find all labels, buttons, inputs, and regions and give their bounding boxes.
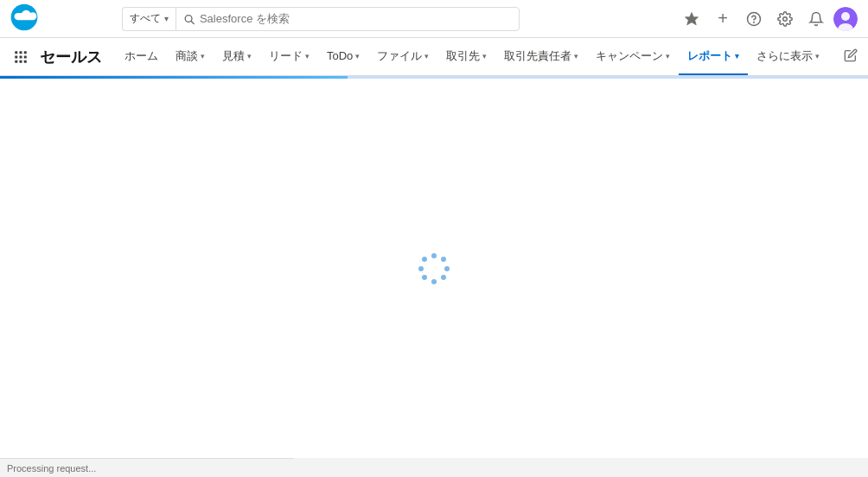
svg-rect-12 xyxy=(24,51,27,54)
nav-chevron: ▾ xyxy=(355,52,360,60)
top-bar: すべて ▾ + xyxy=(0,0,868,38)
nav-items: ホーム 商談 ▾ 見積 ▾ リード ▾ ToDo ▾ ファイル ▾ 取引先 ▾ … xyxy=(116,38,840,75)
app-name: セールス xyxy=(40,47,102,67)
nav-item-contact[interactable]: 取引先責任者 ▾ xyxy=(495,38,587,75)
apps-icon[interactable] xyxy=(7,43,35,71)
nav-item-todo[interactable]: ToDo ▾ xyxy=(318,38,368,75)
loading-spinner xyxy=(417,251,451,286)
nav-chevron: ▾ xyxy=(201,52,205,60)
add-button[interactable]: + xyxy=(709,5,737,33)
nav-item-report[interactable]: レポート ▾ xyxy=(679,38,748,75)
svg-rect-18 xyxy=(24,60,27,62)
svg-rect-10 xyxy=(15,51,17,54)
notifications-button[interactable] xyxy=(802,5,830,33)
spinner-dot xyxy=(422,257,427,262)
main-content xyxy=(0,79,868,458)
spinner-dot xyxy=(441,275,446,280)
spinner-dot xyxy=(422,275,427,280)
user-avatar[interactable] xyxy=(833,7,858,31)
search-scope-selector[interactable]: すべて ▾ xyxy=(122,7,176,31)
svg-line-2 xyxy=(191,21,194,23)
help-button[interactable] xyxy=(740,5,768,33)
nav-item-more[interactable]: さらに表示 ▾ xyxy=(748,38,828,75)
svg-rect-11 xyxy=(20,51,22,54)
nav-chevron: ▾ xyxy=(574,52,578,60)
search-icon xyxy=(183,13,195,25)
svg-rect-15 xyxy=(24,55,27,58)
svg-point-6 xyxy=(783,16,788,21)
top-bar-actions: + xyxy=(678,5,858,33)
nav-chevron: ▾ xyxy=(735,52,739,60)
nav-item-account[interactable]: 取引先 ▾ xyxy=(437,38,495,75)
svg-rect-13 xyxy=(15,55,17,58)
svg-rect-17 xyxy=(20,60,22,62)
svg-rect-16 xyxy=(15,60,17,62)
search-input-wrap xyxy=(176,7,520,31)
svg-point-5 xyxy=(754,22,755,22)
spinner-dot xyxy=(431,253,437,258)
salesforce-logo[interactable] xyxy=(10,3,38,34)
nav-item-file[interactable]: ファイル ▾ xyxy=(368,38,437,75)
nav-bar: セールス ホーム 商談 ▾ 見積 ▾ リード ▾ ToDo ▾ ファイル ▾ 取… xyxy=(0,38,868,76)
settings-button[interactable] xyxy=(771,5,799,33)
nav-chevron: ▾ xyxy=(247,52,252,60)
spinner-dot xyxy=(431,279,437,284)
search-scope-label: すべて xyxy=(130,11,161,26)
spinner-dot xyxy=(418,266,424,271)
nav-item-lead[interactable]: リード ▾ xyxy=(260,38,318,75)
nav-chevron: ▾ xyxy=(482,52,487,60)
svg-rect-14 xyxy=(20,55,22,58)
nav-item-mitsumori[interactable]: 見積 ▾ xyxy=(214,38,260,75)
svg-point-8 xyxy=(841,12,850,21)
search-container: すべて ▾ xyxy=(122,7,520,31)
search-scope-chevron: ▾ xyxy=(164,14,169,23)
nav-chevron: ▾ xyxy=(815,52,820,60)
status-bar: Processing request... xyxy=(0,458,294,477)
nav-chevron: ▾ xyxy=(305,52,310,60)
nav-edit-button[interactable] xyxy=(840,45,861,68)
status-text: Processing request... xyxy=(7,463,96,474)
nav-item-shodan[interactable]: 商談 ▾ xyxy=(167,38,214,75)
search-input[interactable] xyxy=(200,12,512,25)
svg-marker-3 xyxy=(685,12,698,24)
nav-item-campaign[interactable]: キャンペーン ▾ xyxy=(587,38,679,75)
nav-chevron: ▾ xyxy=(666,52,670,60)
spinner-dot xyxy=(444,266,450,271)
nav-item-home[interactable]: ホーム xyxy=(116,38,167,75)
spinner-dot xyxy=(441,257,446,262)
favorites-button[interactable] xyxy=(678,5,705,33)
nav-chevron: ▾ xyxy=(424,52,429,60)
